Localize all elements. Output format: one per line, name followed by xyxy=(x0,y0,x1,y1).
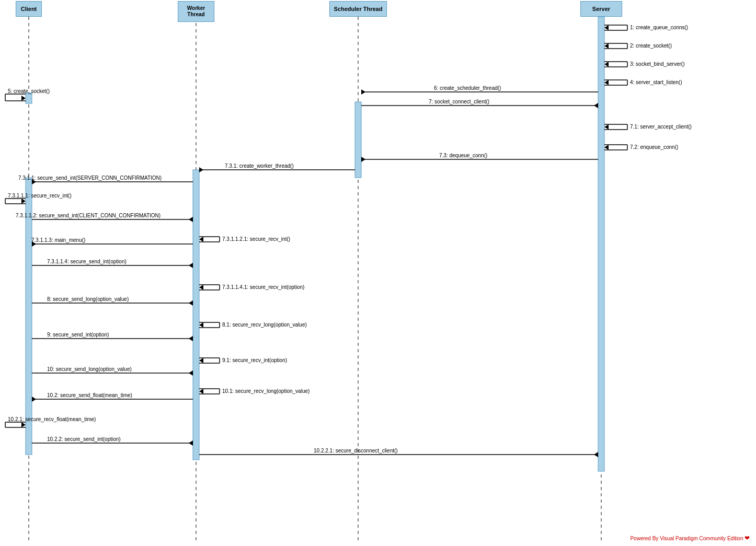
svg-marker-70 xyxy=(199,322,203,328)
sequence-diagram: 1: create_queue_conns() 2: create_socket… xyxy=(0,0,756,546)
msg-1022-label: 10.2.2: secure_send_int(option) xyxy=(47,436,121,442)
svg-marker-72 xyxy=(189,336,193,341)
msg-8-label: 8: secure_send_long(option_value) xyxy=(47,296,129,302)
svg-marker-50 xyxy=(21,199,26,204)
msg-73112-label: 7.3.1.1.2: secure_send_int(CLIENT_CONN_C… xyxy=(16,213,161,218)
svg-marker-84 xyxy=(32,397,36,402)
msg-10221-label: 10.2.2.1: secure_disconnect_client() xyxy=(314,448,398,454)
svg-marker-78 xyxy=(189,370,193,376)
msg-2-label: 2: create_socket() xyxy=(630,43,672,49)
msg-91-label: 9.1: secure_recv_int(option) xyxy=(222,357,287,363)
svg-marker-44 xyxy=(199,167,203,172)
msg-101-label: 10.1: secure_recv_long(option_value) xyxy=(222,388,310,394)
lifeline-client: Client xyxy=(16,1,42,17)
msg-73111-label: 7.3.1.1.1: secure_recv_int() xyxy=(8,193,72,199)
msg-3-label: 3: socket_bind_server() xyxy=(630,61,685,67)
svg-marker-16 xyxy=(604,43,609,49)
svg-marker-28 xyxy=(21,96,26,101)
msg-73113-label: 7.3.1.1.3: main_menu() xyxy=(31,237,85,243)
svg-marker-36 xyxy=(604,124,609,130)
svg-rect-6 xyxy=(26,178,32,455)
svg-marker-60 xyxy=(189,263,193,268)
svg-marker-40 xyxy=(604,145,609,150)
msg-731121-label: 7.3.1.1.2.1: secure_recv_int() xyxy=(222,236,290,242)
svg-marker-52 xyxy=(189,217,193,222)
msg-7311-label: 7.3.1.1: secure_send_int(SERVER_CONN_CON… xyxy=(18,175,162,181)
watermark: Powered By Visual Paradigm Community Edi… xyxy=(630,535,750,542)
lifeline-worker: Worker Thread xyxy=(178,1,214,22)
msg-73114-label: 7.3.1.1.4: secure_send_int(option) xyxy=(47,259,127,264)
svg-marker-58 xyxy=(32,241,36,247)
svg-marker-32 xyxy=(594,103,598,108)
msg-72-label: 7.2: enqueue_conn() xyxy=(630,144,678,150)
msg-6-label: 6: create_scheduler_thread() xyxy=(434,85,501,91)
msg-102-label: 10.2: secure_send_float(mean_time) xyxy=(47,392,132,398)
svg-marker-46 xyxy=(32,179,36,184)
svg-marker-90 xyxy=(189,440,193,446)
svg-marker-92 xyxy=(594,452,598,457)
lifeline-server: Server xyxy=(580,1,622,17)
msg-9-label: 9: secure_send_int(option) xyxy=(47,332,109,338)
msg-731141-label: 7.3.1.1.4.1: secure_recv_int(option) xyxy=(222,284,304,290)
msg-71-label: 7.1: server_accept_client() xyxy=(630,124,692,130)
svg-marker-24 xyxy=(604,80,609,85)
svg-marker-66 xyxy=(189,300,193,306)
svg-marker-82 xyxy=(199,389,203,394)
svg-marker-12 xyxy=(604,25,609,30)
svg-rect-4 xyxy=(598,17,604,471)
msg-5-label: 5: create_socket() xyxy=(8,88,50,94)
svg-marker-56 xyxy=(199,237,203,242)
msg-10-label: 10: secure_send_long(option_value) xyxy=(47,366,132,372)
svg-marker-30 xyxy=(361,89,365,95)
msg-7-label: 7: socket_connect_client() xyxy=(429,99,489,104)
svg-marker-76 xyxy=(199,358,203,363)
msg-731-label: 7.3.1: create_worker_thread() xyxy=(225,163,294,169)
svg-marker-20 xyxy=(604,62,609,67)
svg-marker-88 xyxy=(21,422,26,427)
svg-marker-42 xyxy=(361,157,365,162)
svg-rect-5 xyxy=(26,93,32,103)
msg-73-label: 7.3: dequeue_conn() xyxy=(439,153,487,158)
svg-marker-64 xyxy=(199,285,203,290)
lifeline-scheduler: Scheduler Thread xyxy=(329,1,387,17)
msg-1021-label: 10.2.1: secure_recv_float(mean_time) xyxy=(8,416,96,422)
svg-rect-7 xyxy=(355,102,361,178)
svg-rect-8 xyxy=(193,170,199,460)
msg-4-label: 4: server_start_listen() xyxy=(630,79,682,85)
msg-1-label: 1: create_queue_conns() xyxy=(630,25,688,30)
msg-81-label: 8.1: secure_recv_long(option_value) xyxy=(222,322,307,328)
